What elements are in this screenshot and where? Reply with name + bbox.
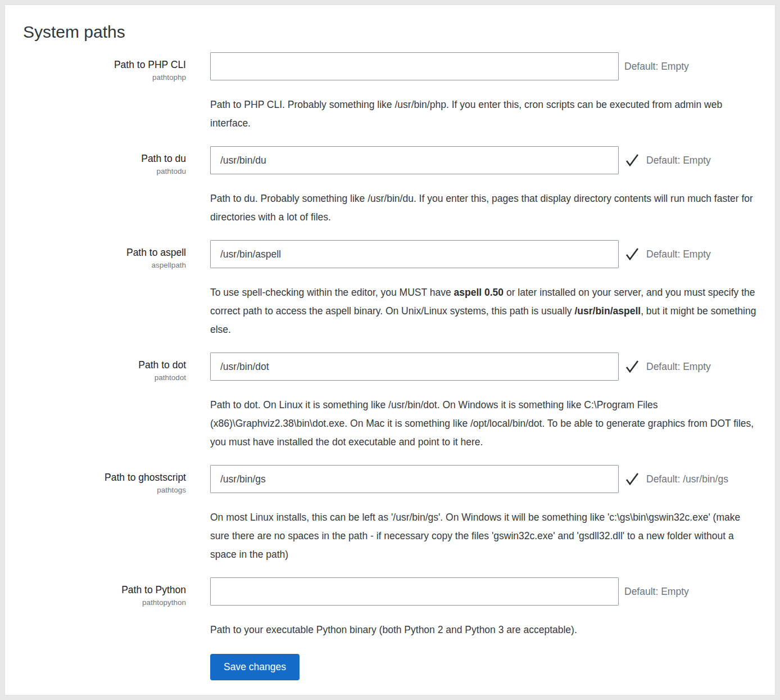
setting-label: Path to Python xyxy=(21,582,186,597)
setting-input[interactable] xyxy=(210,465,619,493)
setting-main-block: Default: Empty To use spell-checking wit… xyxy=(210,240,760,339)
setting-label-block: Path to du pathtodu xyxy=(21,146,186,227)
setting-row: Path to Python pathtopython Default: Emp… xyxy=(21,577,760,639)
setting-input-line: Default: Empty xyxy=(210,52,760,80)
setting-machine-name: pathtodu xyxy=(21,167,186,175)
setting-input[interactable] xyxy=(210,353,619,381)
setting-label: Path to PHP CLI xyxy=(21,57,186,72)
setting-row: Path to aspell aspellpath Default: Empty… xyxy=(21,240,760,339)
setting-label: Path to dot xyxy=(21,358,186,372)
setting-label-block: Path to aspell aspellpath xyxy=(21,240,186,339)
checkmark-icon xyxy=(624,358,641,375)
setting-input-line: Default: /usr/bin/gs xyxy=(210,465,760,493)
setting-label-block: Path to ghostscript pathtogs xyxy=(21,465,186,564)
setting-input[interactable] xyxy=(210,240,619,268)
setting-label: Path to aspell xyxy=(21,245,186,260)
setting-main-block: Default: /usr/bin/gs On most Linux insta… xyxy=(210,465,760,564)
setting-main-block: Default: Empty Path to PHP CLI. Probably… xyxy=(210,52,760,133)
setting-description: Path to your executable Python binary (b… xyxy=(210,621,760,639)
setting-row: Path to du pathtodu Default: Empty Path … xyxy=(21,146,760,227)
setting-input-line: Default: Empty xyxy=(210,577,760,606)
setting-machine-name: pathtodot xyxy=(21,373,186,382)
setting-label-block: Path to PHP CLI pathtophp xyxy=(21,52,186,133)
settings-list: Path to PHP CLI pathtophp Default: Empty… xyxy=(21,52,760,639)
setting-label-block: Path to Python pathtopython xyxy=(21,577,186,639)
setting-input-line: Default: Empty xyxy=(210,240,760,268)
setting-input-line: Default: Empty xyxy=(210,353,760,381)
setting-description: Path to du. Probably something like /usr… xyxy=(210,189,760,227)
setting-input[interactable] xyxy=(210,52,619,80)
system-paths-panel: System paths Path to PHP CLI pathtophp D… xyxy=(4,4,776,696)
setting-row: Path to ghostscript pathtogs Default: /u… xyxy=(21,465,760,564)
default-value-label: Default: Empty xyxy=(646,361,711,373)
setting-description: On most Linux installs, this can be left… xyxy=(210,508,760,564)
setting-description: To use spell-checking within the editor,… xyxy=(210,283,760,339)
setting-machine-name: pathtopython xyxy=(21,598,186,607)
default-value-label: Default: Empty xyxy=(624,61,689,73)
setting-label-block: Path to dot pathtodot xyxy=(21,353,186,451)
save-changes-button[interactable]: Save changes xyxy=(210,654,300,680)
setting-machine-name: pathtophp xyxy=(21,73,186,82)
setting-row: Path to PHP CLI pathtophp Default: Empty… xyxy=(21,52,760,133)
default-value-label: Default: Empty xyxy=(646,155,711,166)
setting-main-block: Default: Empty Path to dot. On Linux it … xyxy=(210,353,760,451)
setting-label: Path to ghostscript xyxy=(21,470,186,485)
checkmark-icon xyxy=(624,152,641,169)
setting-machine-name: pathtogs xyxy=(21,486,186,494)
default-value-label: Default: /usr/bin/gs xyxy=(646,473,728,485)
setting-description: Path to PHP CLI. Probably something like… xyxy=(210,96,760,133)
setting-input-line: Default: Empty xyxy=(210,146,760,174)
checkmark-icon xyxy=(624,246,641,263)
default-value-label: Default: Empty xyxy=(646,249,711,260)
setting-row: Path to dot pathtodot Default: Empty Pat… xyxy=(21,353,760,451)
page-title: System paths xyxy=(23,21,760,43)
setting-description: Path to dot. On Linux it is something li… xyxy=(210,396,760,451)
checkmark-icon xyxy=(624,471,641,487)
save-row: Save changes xyxy=(21,654,760,680)
setting-input[interactable] xyxy=(210,146,619,174)
default-value-label: Default: Empty xyxy=(624,586,689,598)
setting-main-block: Default: Empty Path to du. Probably some… xyxy=(210,146,760,227)
setting-machine-name: aspellpath xyxy=(21,261,186,269)
setting-main-block: Default: Empty Path to your executable P… xyxy=(210,577,760,639)
setting-label: Path to du xyxy=(21,151,186,166)
setting-input[interactable] xyxy=(210,577,619,606)
